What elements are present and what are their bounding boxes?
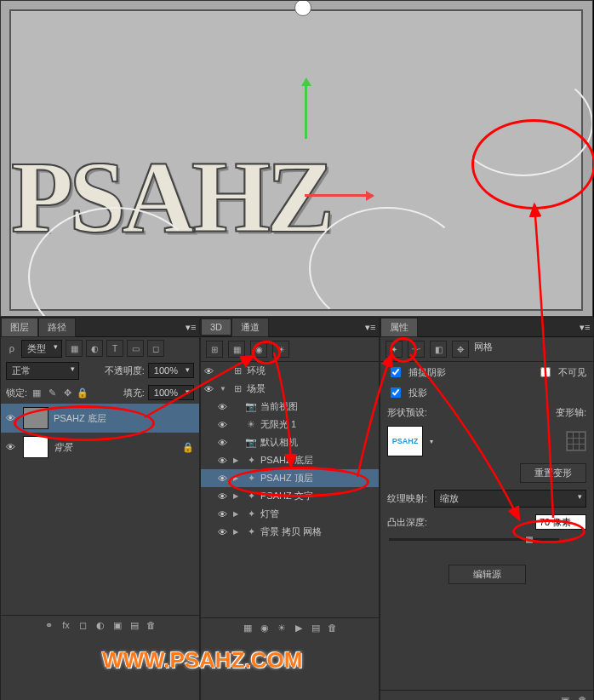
filter-adjust-icon[interactable]: ◐ <box>86 340 103 357</box>
tab-properties[interactable]: 属性 <box>380 318 418 337</box>
filter-light-icon[interactable]: ☀ <box>272 341 289 358</box>
wire-curve <box>454 71 593 176</box>
mesh-icon: ✦ <box>245 473 257 485</box>
prop-cap-icon[interactable]: ◧ <box>430 341 447 358</box>
3d-panel: 3D通道▾≡ ⊞ ▦ ◉ ☀ 👁⊞环境 👁▼⊞场景 👁📷当前视图 👁☀无限光 1… <box>200 317 380 700</box>
layer-psahz-bottom[interactable]: 👁 PSAHZ 底层 <box>1 404 199 433</box>
trash-icon[interactable]: 🗑 <box>576 694 588 700</box>
extrude-label: 凸出深度: <box>387 516 427 529</box>
mesh-label: 网格 <box>474 341 493 358</box>
item-psahz-bottom[interactable]: 👁▶✦PSAHZ 底层 <box>201 451 379 469</box>
visibility-icon[interactable]: 👁 <box>6 442 18 452</box>
item-infinite-light[interactable]: 👁☀无限光 1 <box>201 416 379 433</box>
new-layer-icon[interactable]: ▤ <box>129 619 140 631</box>
panel-menu-icon[interactable]: ▾≡ <box>186 322 199 333</box>
lock-label: 锁定: <box>6 387 27 399</box>
lock-move-icon[interactable]: ✥ <box>61 387 73 399</box>
mesh-icon: ✦ <box>245 526 257 538</box>
prop-deform-icon[interactable]: 〰 <box>408 341 425 358</box>
trash-icon[interactable]: 🗑 <box>327 622 339 634</box>
layer-name: PSAHZ 底层 <box>54 412 194 425</box>
catch-shadow-checkbox[interactable] <box>391 367 401 377</box>
nav-icon[interactable]: ☀ <box>276 622 288 634</box>
reset-deform-button[interactable]: 重置变形 <box>520 463 586 483</box>
layer-thumbnail <box>23 407 49 429</box>
blend-mode-select[interactable]: 正常 <box>6 362 79 380</box>
item-lamp[interactable]: 👁▶✦灯管 <box>201 505 379 523</box>
filter-mesh-icon[interactable]: ▦ <box>228 341 245 358</box>
camera-icon: 📷 <box>245 401 257 413</box>
filter-shape-icon[interactable]: ▭ <box>127 340 144 357</box>
render-icon[interactable]: ▣ <box>559 694 571 700</box>
nav-icon[interactable]: ▦ <box>242 622 254 634</box>
tab-3d[interactable]: 3D <box>201 318 231 336</box>
item-psahz-text[interactable]: 👁▶✦PSAHZ 文字 <box>201 487 379 505</box>
new-icon[interactable]: ▤ <box>310 622 322 634</box>
properties-panel: 属性▾≡ ✦ 〰 ◧ ✥ 网格 捕捉阴影不可见 投影 形状预设:变形轴: PSA… <box>380 317 594 700</box>
fill-input[interactable]: 100% <box>148 385 194 400</box>
filter-smart-icon[interactable]: ◻ <box>147 340 164 357</box>
filter-type-select[interactable]: 类型 <box>21 340 62 358</box>
deform-axis-grid[interactable] <box>566 431 586 451</box>
tab-layers[interactable]: 图层 <box>1 318 38 337</box>
catch-shadow-label: 捕捉阴影 <box>408 366 446 379</box>
trash-icon[interactable]: 🗑 <box>146 619 157 631</box>
shape-preset-label: 形状预设: <box>387 406 427 419</box>
panel-menu-icon[interactable]: ▾≡ <box>365 322 379 333</box>
item-bg-mesh[interactable]: 👁▶✦背景 拷贝 网格 <box>201 523 379 541</box>
env-icon: ⊞ <box>231 365 243 377</box>
invisible-label: 不可见 <box>558 366 586 379</box>
filter-icon: ρ <box>6 342 18 354</box>
deform-label: 变形轴: <box>556 406 586 419</box>
group-icon[interactable]: ▣ <box>111 619 123 631</box>
cast-shadow-label: 投影 <box>408 387 427 399</box>
extrude-depth-input[interactable] <box>535 514 586 530</box>
opacity-label: 不透明度: <box>105 364 145 377</box>
adjust-icon[interactable]: ◐ <box>94 619 106 631</box>
link-icon[interactable]: ⚭ <box>43 619 55 631</box>
extrude-slider[interactable] <box>389 538 559 541</box>
item-environment[interactable]: 👁⊞环境 <box>201 362 379 380</box>
rotation-knob[interactable] <box>294 0 311 16</box>
filter-scene-icon[interactable]: ⊞ <box>206 341 223 358</box>
item-psahz-top[interactable]: 👁▶✦PSAHZ 顶层 <box>201 469 379 487</box>
scene-icon: ⊞ <box>231 383 243 395</box>
panel-menu-icon[interactable]: ▾≡ <box>580 322 593 333</box>
viewport-3d[interactable]: PSAHZ <box>0 0 593 317</box>
opacity-input[interactable]: 100% <box>148 363 194 378</box>
nav-icon[interactable]: ◉ <box>259 622 271 634</box>
mesh-icon: ✦ <box>245 491 257 502</box>
layer-background[interactable]: 👁 背景 🔒 <box>1 433 199 462</box>
fx-icon[interactable]: fx <box>60 619 72 631</box>
fill-label: 填充: <box>123 387 145 399</box>
item-scene[interactable]: 👁▼⊞场景 <box>201 380 379 398</box>
layer-thumbnail <box>23 436 49 458</box>
filter-text-icon[interactable]: T <box>106 340 123 357</box>
tab-paths[interactable]: 路径 <box>38 318 76 337</box>
lock-icon: 🔒 <box>182 442 194 453</box>
lock-trans-icon[interactable]: ▦ <box>31 387 43 399</box>
tex-map-select[interactable]: 缩放 <box>434 490 586 508</box>
cast-shadow-checkbox[interactable] <box>391 387 401 398</box>
mask-icon[interactable]: ◻ <box>77 619 89 631</box>
edit-source-button[interactable]: 编辑源 <box>448 565 526 584</box>
tab-channels[interactable]: 通道 <box>231 318 269 337</box>
wire-curve <box>309 207 465 317</box>
tex-map-label: 纹理映射: <box>387 492 427 505</box>
prop-mesh-icon[interactable]: ✦ <box>386 341 403 358</box>
light-icon: ☀ <box>245 419 257 431</box>
visibility-icon[interactable]: 👁 <box>6 413 18 423</box>
camera-icon: 📷 <box>245 437 257 449</box>
filter-pixel-icon[interactable]: ▦ <box>66 340 83 357</box>
lock-all-icon[interactable]: 🔒 <box>77 387 89 399</box>
item-current-view[interactable]: 👁📷当前视图 <box>201 398 379 416</box>
shape-preset-thumb[interactable]: PSAHZ <box>387 426 423 456</box>
watermark: WWW.PSAHZ.COM <box>102 647 302 674</box>
item-default-camera[interactable]: 👁📷默认相机 <box>201 433 379 451</box>
invisible-checkbox[interactable] <box>540 367 551 377</box>
prop-coord-icon[interactable]: ✥ <box>452 341 469 358</box>
render-icon[interactable]: ▶ <box>293 622 305 634</box>
filter-material-icon[interactable]: ◉ <box>250 341 267 358</box>
lock-paint-icon[interactable]: ✎ <box>46 387 58 399</box>
bounding-box: PSAHZ <box>9 9 583 311</box>
